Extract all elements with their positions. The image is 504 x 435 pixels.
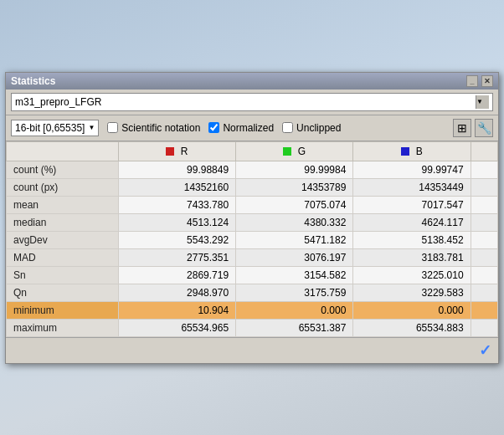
table-row: count (px)143521601435378914353449 xyxy=(7,178,498,196)
table-row: MAD2775.3513076.1973183.781 xyxy=(7,248,498,266)
row-g: 0.000 xyxy=(236,301,353,319)
row-b: 0.000 xyxy=(353,301,471,319)
table-row: minimum10.9040.0000.000 xyxy=(7,301,498,319)
row-b: 14353449 xyxy=(353,178,471,196)
row-label: mean xyxy=(7,196,119,213)
row-label: minimum xyxy=(7,301,119,319)
dropdown-arrow-icon: ▼ xyxy=(476,98,489,105)
row-label: Qn xyxy=(7,284,119,301)
header-b: B xyxy=(353,141,471,161)
header-r: R xyxy=(118,141,235,161)
table-row: Sn2869.7193154.5823225.010 xyxy=(7,266,498,284)
row-extra xyxy=(471,319,497,336)
row-g: 3154.582 xyxy=(236,266,353,284)
file-selector[interactable]: m31_prepro_LFGR ▼ xyxy=(11,93,493,111)
row-extra xyxy=(471,284,497,301)
row-g: 7075.074 xyxy=(236,196,353,213)
row-r: 2948.970 xyxy=(118,284,235,301)
row-b: 99.99747 xyxy=(353,161,471,178)
row-extra xyxy=(471,301,497,319)
row-label: maximum xyxy=(7,319,119,336)
row-b: 3225.010 xyxy=(353,266,471,284)
row-label: median xyxy=(7,213,119,231)
options-bar: 16-bit [0,65535] ▼ Scientific notation N… xyxy=(6,115,498,141)
row-g: 99.99984 xyxy=(236,161,353,178)
file-selector-value: m31_prepro_LFGR xyxy=(15,96,476,108)
row-label: Sn xyxy=(7,266,119,284)
row-r: 2775.351 xyxy=(118,248,235,266)
table-view-button[interactable]: ⊞ xyxy=(453,119,471,137)
title-bar-controls: _ ✕ xyxy=(466,75,493,87)
row-b: 65534.883 xyxy=(353,319,471,336)
title-bar: Statistics _ ✕ xyxy=(6,73,498,90)
row-r: 99.98849 xyxy=(118,161,235,178)
row-label: MAD xyxy=(7,248,119,266)
unclipped-label: Unclipped xyxy=(296,122,341,134)
row-b: 3229.583 xyxy=(353,284,471,301)
table-row: Qn2948.9703175.7593229.583 xyxy=(7,284,498,301)
header-label xyxy=(7,141,119,161)
statistics-table: R G B count (%)99.9884999.9998499.99747c… xyxy=(6,141,498,337)
bit-depth-value: 16-bit [0,65535] xyxy=(15,122,85,134)
table-row: avgDev5543.2925471.1825138.452 xyxy=(7,231,498,248)
row-b: 7017.547 xyxy=(353,196,471,213)
unclipped-checkbox[interactable] xyxy=(282,122,293,133)
window-title: Statistics xyxy=(11,75,55,87)
row-g: 3076.197 xyxy=(236,248,353,266)
table-row: median4513.1244380.3324624.117 xyxy=(7,213,498,231)
row-r: 65534.965 xyxy=(118,319,235,336)
row-g: 65531.387 xyxy=(236,319,353,336)
row-g: 14353789 xyxy=(236,178,353,196)
minimize-button[interactable]: _ xyxy=(466,75,478,87)
table-header-row: R G B xyxy=(7,141,498,161)
header-extra xyxy=(471,141,497,161)
table-row: count (%)99.9884999.9998499.99747 xyxy=(7,161,498,178)
row-extra xyxy=(471,248,497,266)
statistics-table-container: R G B count (%)99.9884999.9998499.99747c… xyxy=(6,141,498,337)
scientific-notation-label: Scientific notation xyxy=(121,122,200,134)
row-r: 2869.719 xyxy=(118,266,235,284)
normalized-label: Normalized xyxy=(223,122,274,134)
row-label: avgDev xyxy=(7,231,119,248)
unclipped-group: Unclipped xyxy=(282,122,341,134)
row-extra xyxy=(471,213,497,231)
file-dropdown-arrow[interactable]: ▼ xyxy=(476,95,489,109)
statistics-window: Statistics _ ✕ m31_prepro_LFGR ▼ 16-bit … xyxy=(5,72,499,364)
table-row: maximum65534.96565531.38765534.883 xyxy=(7,319,498,336)
row-g: 4380.332 xyxy=(236,213,353,231)
header-g: G xyxy=(236,141,353,161)
row-extra xyxy=(471,196,497,213)
row-g: 5471.182 xyxy=(236,231,353,248)
row-r: 4513.124 xyxy=(118,213,235,231)
r-color-dot xyxy=(166,147,174,156)
row-b: 3183.781 xyxy=(353,248,471,266)
settings-button[interactable]: 🔧 xyxy=(475,119,493,137)
row-r: 10.904 xyxy=(118,301,235,319)
bit-depth-arrow[interactable]: ▼ xyxy=(88,124,95,131)
row-extra xyxy=(471,266,497,284)
row-extra xyxy=(471,231,497,248)
normalized-checkbox[interactable] xyxy=(208,122,219,133)
scientific-notation-checkbox[interactable] xyxy=(107,122,118,133)
row-b: 5138.452 xyxy=(353,231,471,248)
b-color-dot xyxy=(401,147,409,156)
scientific-notation-group: Scientific notation xyxy=(107,122,200,134)
table-row: mean7433.7807075.0747017.547 xyxy=(7,196,498,213)
check-icon[interactable]: ✓ xyxy=(479,341,491,360)
row-r: 5543.292 xyxy=(118,231,235,248)
table-icon: ⊞ xyxy=(457,121,467,135)
row-r: 7433.780 xyxy=(118,196,235,213)
row-label: count (px) xyxy=(7,178,119,196)
close-button[interactable]: ✕ xyxy=(481,75,493,87)
row-b: 4624.117 xyxy=(353,213,471,231)
bit-depth-selector[interactable]: 16-bit [0,65535] ▼ xyxy=(11,120,99,136)
normalized-group: Normalized xyxy=(208,122,274,134)
footer: ✓ xyxy=(6,337,498,363)
row-g: 3175.759 xyxy=(236,284,353,301)
file-toolbar: m31_prepro_LFGR ▼ xyxy=(6,90,498,115)
row-extra xyxy=(471,161,497,178)
row-extra xyxy=(471,178,497,196)
row-r: 14352160 xyxy=(118,178,235,196)
table-body: count (%)99.9884999.9998499.99747count (… xyxy=(7,161,498,336)
g-color-dot xyxy=(283,147,291,156)
